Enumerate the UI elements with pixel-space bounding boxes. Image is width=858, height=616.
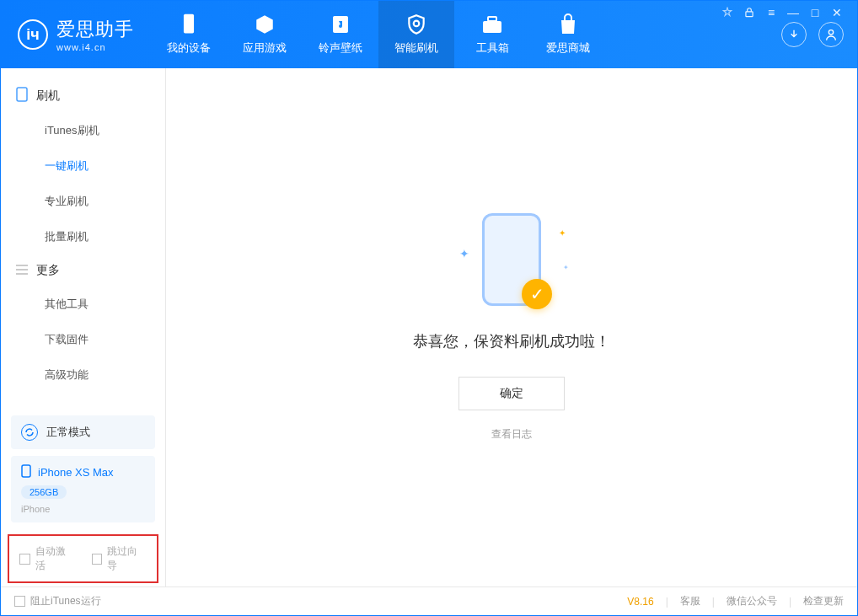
logo: iч 爱思助手 www.i4.cn bbox=[1, 17, 151, 52]
window-controls: ≡ — □ ✕ bbox=[721, 6, 844, 19]
tab-ringtones[interactable]: 铃声壁纸 bbox=[303, 1, 378, 68]
wechat-link[interactable]: 微信公众号 bbox=[727, 594, 777, 608]
bag-icon bbox=[557, 13, 579, 35]
storage-badge: 256GB bbox=[21, 485, 67, 499]
cube-icon bbox=[254, 13, 276, 35]
tab-toolbox[interactable]: 工具箱 bbox=[454, 1, 530, 68]
options-row: 自动激活 跳过向导 bbox=[8, 534, 158, 583]
minimize-icon[interactable]: — bbox=[786, 6, 800, 19]
view-log-link[interactable]: 查看日志 bbox=[491, 427, 532, 442]
checkmark-icon: ✓ bbox=[522, 279, 552, 309]
group-label: 刷机 bbox=[36, 88, 60, 104]
refresh-icon bbox=[21, 424, 38, 441]
shield-icon bbox=[405, 13, 427, 35]
sidebar-item-other-tools[interactable]: 其他工具 bbox=[1, 287, 165, 322]
device-card[interactable]: iPhone XS Max 256GB iPhone bbox=[11, 456, 155, 522]
tab-label: 智能刷机 bbox=[394, 40, 438, 56]
svg-point-6 bbox=[829, 30, 833, 35]
sidebar-item-batch-flash[interactable]: 批量刷机 bbox=[1, 219, 165, 254]
tab-flash[interactable]: 智能刷机 bbox=[378, 1, 454, 68]
tab-label: 工具箱 bbox=[476, 40, 509, 56]
sidebar-item-itunes-flash[interactable]: iTunes刷机 bbox=[1, 113, 165, 148]
tab-label: 铃声壁纸 bbox=[319, 40, 362, 56]
toolbox-icon bbox=[481, 13, 503, 35]
sidebar-item-onekey-flash[interactable]: 一键刷机 bbox=[1, 148, 165, 184]
download-button[interactable] bbox=[781, 22, 807, 47]
checkbox-label: 阻止iTunes运行 bbox=[30, 594, 101, 608]
auto-activate-checkbox[interactable]: 自动激活 bbox=[19, 544, 75, 573]
sidebar-item-advanced[interactable]: 高级功能 bbox=[1, 357, 165, 393]
tab-apps[interactable]: 应用游戏 bbox=[227, 1, 303, 68]
mode-card[interactable]: 正常模式 bbox=[11, 415, 155, 449]
tab-my-device[interactable]: 我的设备 bbox=[151, 1, 227, 68]
tab-label: 应用游戏 bbox=[243, 40, 287, 56]
svg-rect-1 bbox=[184, 14, 194, 34]
main-content: ✦ ✦ ✦ ✓ 恭喜您，保资料刷机成功啦！ 确定 查看日志 bbox=[166, 68, 857, 587]
sidebar-group-flash[interactable]: 刷机 bbox=[1, 78, 165, 113]
device-icon bbox=[16, 87, 28, 104]
music-icon bbox=[330, 13, 351, 35]
theme-icon[interactable] bbox=[721, 6, 734, 19]
account-button[interactable] bbox=[818, 22, 844, 47]
svg-rect-4 bbox=[483, 21, 501, 33]
list-icon bbox=[16, 264, 28, 277]
header-right bbox=[781, 22, 857, 47]
maximize-icon[interactable]: □ bbox=[808, 6, 822, 19]
success-message: 恭喜您，保资料刷机成功啦！ bbox=[413, 331, 610, 351]
sidebar-bottom: 正常模式 iPhone XS Max 256GB iPhone 自动激活 跳过向… bbox=[1, 409, 165, 587]
app-window: ≡ — □ ✕ iч 爱思助手 www.i4.cn 我的设备 应用游戏 铃声壁纸 bbox=[0, 0, 858, 616]
menu-icon[interactable]: ≡ bbox=[764, 6, 778, 19]
tab-label: 爱思商城 bbox=[546, 40, 590, 56]
checkbox-label: 跳过向导 bbox=[107, 544, 147, 573]
device-name-label: iPhone XS Max bbox=[38, 466, 114, 479]
footer: 阻止iTunes运行 V8.16 | 客服 | 微信公众号 | 检查更新 bbox=[1, 587, 857, 615]
checkbox-label: 自动激活 bbox=[35, 544, 75, 573]
close-icon[interactable]: ✕ bbox=[830, 6, 844, 19]
tab-store[interactable]: 爱思商城 bbox=[530, 1, 606, 68]
app-name: 爱思助手 bbox=[56, 17, 134, 42]
sidebar-item-pro-flash[interactable]: 专业刷机 bbox=[1, 184, 165, 219]
lock-icon[interactable] bbox=[743, 6, 756, 19]
version-label: V8.16 bbox=[627, 596, 653, 608]
group-label: 更多 bbox=[36, 263, 60, 278]
sidebar-group-more[interactable]: 更多 bbox=[1, 254, 165, 287]
sidebar: 刷机 iTunes刷机 一键刷机 专业刷机 批量刷机 更多 其他工具 下载固件 … bbox=[1, 68, 166, 587]
nav-tabs: 我的设备 应用游戏 铃声壁纸 智能刷机 工具箱 爱思商城 bbox=[151, 1, 606, 68]
logo-icon: iч bbox=[18, 19, 48, 50]
svg-rect-5 bbox=[488, 17, 496, 21]
tab-label: 我的设备 bbox=[167, 40, 211, 56]
support-link[interactable]: 客服 bbox=[680, 594, 700, 608]
sidebar-item-firmware[interactable]: 下载固件 bbox=[1, 322, 165, 357]
success-illustration: ✦ ✦ ✦ ✓ bbox=[453, 213, 571, 314]
check-update-link[interactable]: 检查更新 bbox=[803, 594, 844, 608]
mode-label: 正常模式 bbox=[46, 425, 90, 440]
phone-icon bbox=[178, 13, 200, 35]
block-itunes-checkbox[interactable]: 阻止iTunes运行 bbox=[14, 594, 101, 608]
body: 刷机 iTunes刷机 一键刷机 专业刷机 批量刷机 更多 其他工具 下载固件 … bbox=[1, 68, 857, 587]
device-type: iPhone bbox=[21, 504, 145, 514]
svg-point-3 bbox=[414, 21, 420, 27]
app-url: www.i4.cn bbox=[56, 42, 134, 52]
skip-guide-checkbox[interactable]: 跳过向导 bbox=[92, 544, 147, 573]
ok-button[interactable]: 确定 bbox=[458, 377, 565, 410]
svg-rect-0 bbox=[746, 12, 753, 17]
svg-rect-8 bbox=[22, 465, 30, 477]
phone-small-icon bbox=[21, 464, 31, 480]
svg-rect-7 bbox=[17, 88, 27, 101]
